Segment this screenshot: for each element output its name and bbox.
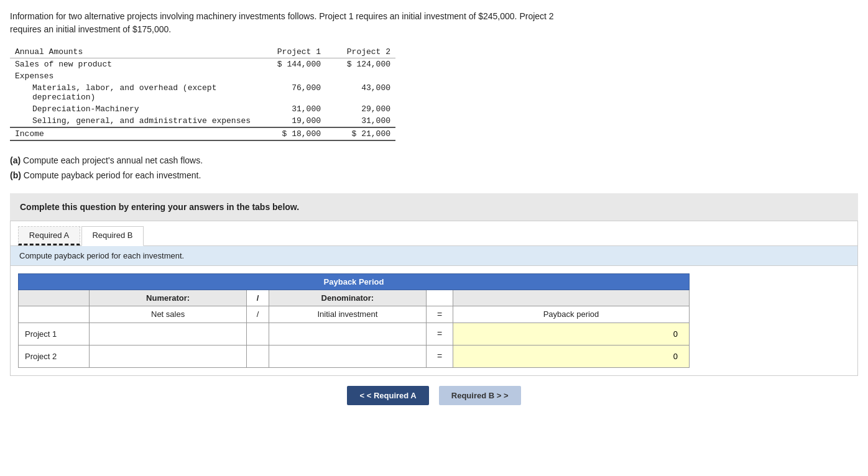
data-table: Annual Amounts Project 1 Project 2 Sales… bbox=[10, 46, 395, 141]
payback-sub-slash: / bbox=[247, 290, 269, 306]
tabs-area: Required A Required B Compute payback pe… bbox=[10, 221, 858, 376]
table-row-sales-label: Sales of new product bbox=[10, 58, 271, 71]
table-header-p2: Project 2 bbox=[333, 46, 395, 58]
payback-sub-numerator: Numerator: bbox=[89, 290, 246, 306]
table-row-depreciation-p1: 31,000 bbox=[271, 103, 333, 115]
table-row-depreciation-label: Depreciation-Machinery bbox=[10, 103, 271, 115]
payback-row-p2-slash bbox=[247, 345, 269, 367]
instruction-a: (a) Compute each project's annual net ca… bbox=[10, 153, 858, 168]
payback-table: Payback Period Numerator: / Denominator:… bbox=[18, 273, 690, 368]
payback-label-numerator: Net sales bbox=[89, 306, 246, 323]
payback-label-slash: / bbox=[247, 306, 269, 323]
instruction-b: (b) Compute payback period for each inve… bbox=[10, 168, 858, 183]
payback-label-equals: = bbox=[426, 306, 453, 323]
table-row-depreciation-p2: 29,000 bbox=[333, 103, 395, 115]
payback-row-p2-label: Project 2 bbox=[19, 345, 90, 367]
table-row-sales-p1: $ 144,000 bbox=[271, 58, 333, 71]
payback-row-p1-label: Project 1 bbox=[19, 323, 90, 345]
table-row-expenses-p1 bbox=[271, 70, 333, 82]
table-row-materials-p2: 43,000 bbox=[333, 82, 395, 103]
payback-sub-denominator: Denominator: bbox=[269, 290, 426, 306]
payback-row-p1-equals: = bbox=[426, 323, 453, 345]
payback-row-p1-slash bbox=[247, 323, 269, 345]
payback-labels-empty bbox=[19, 306, 90, 323]
table-row-materials-p1: 76,000 bbox=[271, 82, 333, 103]
payback-row-p1-numerator-input[interactable] bbox=[90, 326, 246, 342]
payback-row-p1-denominator-cell[interactable] bbox=[269, 323, 426, 345]
tab-required-a[interactable]: Required A bbox=[18, 226, 80, 245]
payback-row-p1-result-cell[interactable] bbox=[453, 323, 690, 345]
table-header-p1: Project 1 bbox=[271, 46, 333, 58]
table-header-label: Annual Amounts bbox=[10, 46, 271, 58]
table-row-sales-p2: $ 124,000 bbox=[333, 58, 395, 71]
next-button[interactable]: Required B > bbox=[439, 386, 521, 405]
table-row-selling-p2: 31,000 bbox=[333, 115, 395, 127]
payback-row-p2-denominator-cell[interactable] bbox=[269, 345, 426, 367]
payback-row-p2-numerator-input[interactable] bbox=[90, 349, 246, 364]
table-row-expenses-p2 bbox=[333, 70, 395, 82]
table-row-expenses-label: Expenses bbox=[10, 70, 271, 82]
payback-row-p2-equals: = bbox=[426, 345, 453, 367]
table-row-income-p2: $ 21,000 bbox=[333, 127, 395, 140]
payback-sub-equals bbox=[426, 290, 453, 306]
table-row-selling-p1: 19,000 bbox=[271, 115, 333, 127]
table-row-income-p1: $ 18,000 bbox=[271, 127, 333, 140]
payback-row-p2-result-cell[interactable] bbox=[453, 345, 690, 367]
tab-required-b[interactable]: Required B bbox=[81, 226, 144, 246]
payback-sub-result bbox=[453, 290, 690, 306]
bottom-nav: < Required A Required B > bbox=[10, 386, 858, 410]
tab-content-label: Compute payback period for each investme… bbox=[11, 246, 857, 266]
table-row-materials-label: Materials, labor, and overhead (except d… bbox=[10, 82, 271, 103]
payback-sub-empty bbox=[19, 290, 90, 306]
payback-row-p2-result-input[interactable] bbox=[459, 349, 683, 364]
complete-box: Complete this question by entering your … bbox=[10, 193, 858, 221]
table-row-selling-label: Selling, general, and administrative exp… bbox=[10, 115, 271, 127]
payback-row-p1-result-input[interactable] bbox=[459, 326, 683, 342]
payback-label-denominator: Initial investment bbox=[269, 306, 426, 323]
payback-row-p2-numerator-cell[interactable] bbox=[89, 345, 246, 367]
payback-label-result: Payback period bbox=[453, 306, 690, 323]
payback-row-p1-denominator-input[interactable] bbox=[269, 326, 426, 342]
table-row-income-label: Income bbox=[10, 127, 271, 140]
payback-title: Payback Period bbox=[19, 273, 690, 290]
prev-button[interactable]: < Required A bbox=[347, 386, 428, 405]
intro-paragraph: Information for two alternative projects… bbox=[10, 10, 570, 36]
payback-section: Payback Period Numerator: / Denominator:… bbox=[11, 266, 857, 375]
payback-row-p2-denominator-input[interactable] bbox=[269, 349, 426, 364]
instructions: (a) Compute each project's annual net ca… bbox=[10, 153, 858, 183]
tabs-row: Required A Required B bbox=[11, 221, 857, 246]
payback-row-p1-numerator-cell[interactable] bbox=[89, 323, 246, 345]
